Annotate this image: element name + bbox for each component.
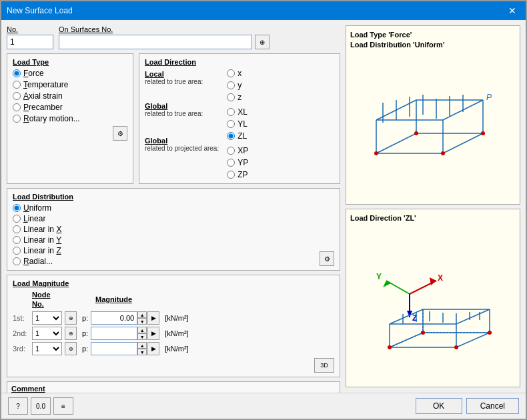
load-type-axial-strain[interactable]: Axial strain	[13, 91, 127, 101]
dir-global-zp[interactable]: ZP	[227, 170, 248, 179]
mag-row-2-right[interactable]: ▶	[147, 327, 159, 340]
mag-row-3-input[interactable]	[91, 342, 137, 355]
mag-row-2-input[interactable]	[91, 327, 137, 340]
preview-bottom-title: Load Direction 'ZL'	[350, 213, 516, 223]
svg-marker-27	[390, 333, 490, 347]
top-row: No. On Surfaces No. ⊕	[7, 25, 340, 49]
preview-top-title: Load Type 'Force' Load Distribution 'Uni…	[350, 30, 516, 51]
svg-point-43	[388, 345, 392, 349]
mag-row-3-pick[interactable]: ⊕	[65, 342, 77, 355]
mag-row-1-spinner-btns: ▲ ▼	[137, 311, 147, 325]
mag-row-2-pick[interactable]: ⊕	[65, 327, 77, 340]
mag-row-1-pick[interactable]: ⊕	[65, 311, 77, 325]
dialog: New Surface Load ✕ No. On Surfaces No. ⊕	[0, 0, 527, 420]
help-button[interactable]: ?	[8, 397, 28, 415]
mag-row-3-label: 3rd:	[13, 345, 29, 353]
svg-point-15	[441, 151, 445, 155]
node-no-header: Node No.	[32, 291, 51, 308]
dist-linear-z[interactable]: Linear in Z	[13, 246, 61, 255]
load-type-rotary-motion[interactable]: Rotary motion...	[13, 114, 127, 123]
dir-local-z[interactable]: z	[227, 93, 248, 102]
dir-global-xp[interactable]: XP	[227, 146, 248, 155]
load-type-force[interactable]: Force	[13, 69, 127, 78]
mag-row-2: 2nd: 1 ⊕ p: ▲ ▼ ▶ [kN/m²]	[13, 327, 334, 340]
dist-radial[interactable]: Radial...	[13, 257, 61, 266]
mag-row-3-up[interactable]: ▲	[137, 342, 147, 349]
svg-marker-0	[376, 133, 483, 153]
load-dist-radio-group: Uniform Linear Linear in X Linear i	[13, 203, 61, 266]
mag-row-1-right[interactable]: ▶	[147, 311, 159, 325]
comment-section: Comment ⚙	[7, 381, 340, 393]
load-magnitude-panel: Load Magnitude Node No. Magnitude 1st:	[7, 275, 340, 377]
mag-row-2-spinner: ▲ ▼ ▶	[91, 327, 159, 340]
cancel-button[interactable]: Cancel	[466, 398, 519, 414]
title-bar: New Surface Load ✕	[1, 1, 526, 20]
table-button[interactable]: ≡	[53, 397, 73, 415]
svg-text:P: P	[486, 93, 492, 102]
surfaces-field-group: On Surfaces No. ⊕	[59, 25, 270, 49]
mag-bottom: 3D	[13, 358, 334, 373]
no-input[interactable]	[7, 35, 53, 49]
mag-row-3-node[interactable]: 1	[32, 342, 62, 355]
load-type-precamber[interactable]: Precamber	[13, 103, 127, 112]
decimal-button[interactable]: 0.0	[31, 397, 51, 415]
surfaces-label: On Surfaces No.	[59, 25, 270, 33]
load-distribution-content: Uniform Linear Linear in X Linear i	[13, 203, 334, 266]
dist-settings-icon: ⚙	[324, 255, 330, 263]
svg-marker-1	[376, 100, 483, 120]
load-type-radio-group: Force Temperature Axial strain Prec	[13, 69, 127, 123]
mag-header-row: Node No. Magnitude	[13, 290, 334, 309]
no-field-group: No.	[7, 25, 53, 49]
mag-row-1-unit: [kN/m²]	[165, 314, 188, 322]
load-distribution-panel: Load Distribution Uniform Linear	[7, 188, 340, 271]
mag-row-1-node[interactable]: 1	[32, 311, 62, 325]
dir-local-y[interactable]: y	[227, 81, 248, 90]
dist-bottom: ⚙	[72, 203, 334, 266]
left-panel: No. On Surfaces No. ⊕	[7, 25, 340, 387]
mag-row-3: 3rd: 1 ⊕ p: ▲ ▼ ▶ [kN/m²]	[13, 342, 334, 355]
mag-row-2-node[interactable]: 1	[32, 327, 62, 340]
mag-row-2-down[interactable]: ▼	[137, 333, 147, 340]
dist-uniform[interactable]: Uniform	[13, 203, 61, 213]
preview-top-canvas: P	[350, 53, 516, 200]
bottom-right: OK Cancel	[416, 398, 519, 414]
surfaces-pick-button[interactable]: ⊕	[255, 35, 270, 49]
close-button[interactable]: ✕	[504, 4, 520, 17]
load-dist-settings-button[interactable]: ⚙	[320, 251, 334, 266]
svg-marker-19	[383, 281, 391, 287]
dir-global-xl[interactable]: XL	[227, 107, 248, 117]
help-icon: ?	[16, 403, 20, 410]
dir-labels-col: Local related to true area: Global relat…	[145, 69, 219, 179]
dist-linear-y[interactable]: Linear in Y	[13, 235, 61, 245]
load-distribution-title: Load Distribution	[13, 193, 334, 201]
mag-row-2-up[interactable]: ▲	[137, 327, 147, 333]
dist-linear[interactable]: Linear	[13, 214, 61, 223]
middle-row: Load Type Force Temperature Axial str	[7, 53, 340, 184]
local-sublabel: related to true area:	[145, 78, 219, 85]
load-type-temperature[interactable]: Temperature	[13, 80, 127, 89]
dir-global-yl[interactable]: YL	[227, 119, 248, 129]
dir-local-x[interactable]: x	[227, 69, 248, 78]
mag-row-1-input[interactable]	[91, 311, 137, 325]
dist-linear-x[interactable]: Linear in X	[13, 225, 61, 234]
load-type-settings-button[interactable]: ⚙	[113, 126, 127, 141]
load-magnitude-title: Load Magnitude	[13, 279, 334, 287]
ok-button[interactable]: OK	[416, 398, 462, 414]
mag-row-3-down[interactable]: ▼	[137, 349, 147, 355]
global-proj-label-group: Global related to projected area:	[145, 131, 219, 166]
mag-row-1-down[interactable]: ▼	[137, 318, 147, 325]
local-label-group: Local related to true area:	[145, 69, 219, 97]
dir-global-yp[interactable]: YP	[227, 158, 248, 167]
svg-marker-28	[390, 309, 490, 324]
mag-row-1-p: p:	[82, 314, 88, 322]
mag-row-3-right[interactable]: ▶	[147, 342, 159, 355]
dir-global-zl[interactable]: ZL	[227, 131, 248, 141]
right-panel: Load Type 'Force' Load Distribution 'Uni…	[346, 25, 520, 387]
surfaces-input[interactable]	[59, 35, 252, 49]
mag-row-1-up[interactable]: ▲	[137, 311, 147, 318]
global-label: Global	[145, 102, 219, 110]
mag-row-3-p: p:	[82, 345, 88, 353]
preview-top-box: Load Type 'Force' Load Distribution 'Uni…	[346, 25, 520, 205]
mag-3d-button[interactable]: 3D	[314, 358, 334, 373]
svg-point-17	[414, 131, 418, 135]
